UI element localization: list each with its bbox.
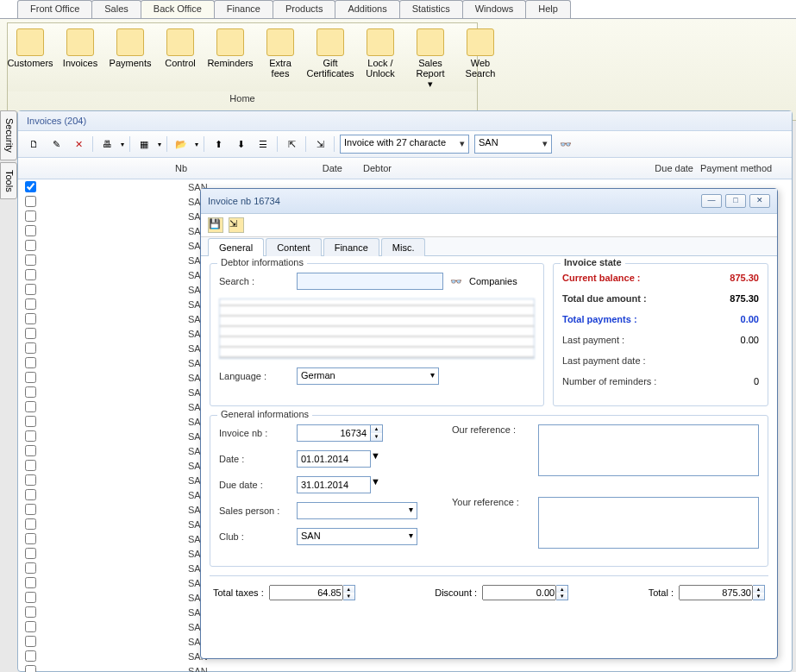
side-tab-tools[interactable]: Tools	[0, 162, 17, 200]
filter-combo[interactable]: Invoice with 27 characte	[340, 135, 469, 154]
row-checkbox[interactable]	[25, 518, 36, 530]
row-checkbox[interactable]	[25, 401, 36, 412]
row-checkbox[interactable]	[25, 474, 36, 486]
menu-tab-finance[interactable]: Finance	[214, 0, 273, 18]
col-date[interactable]: Date	[204, 161, 360, 175]
side-tab-security[interactable]: Security	[0, 110, 17, 160]
ribbon-control[interactable]: Control	[158, 27, 203, 91]
menu-tab-windows[interactable]: Windows	[462, 0, 527, 18]
search-input[interactable]	[297, 273, 443, 290]
edit-icon[interactable]: ✎	[47, 135, 65, 153]
ribbon-reminders[interactable]: Reminders	[208, 27, 253, 91]
row-checkbox[interactable]	[25, 445, 36, 456]
invoice-nb-spinner[interactable]: ▲▼	[297, 424, 383, 442]
sort-asc-icon[interactable]: ⬆	[210, 135, 227, 153]
tab-finance[interactable]: Finance	[323, 238, 379, 256]
language-combo[interactable]: German	[297, 367, 439, 385]
row-checkbox[interactable]	[25, 269, 36, 280]
row-checkbox[interactable]	[25, 489, 36, 500]
total-spinner[interactable]: ▲▼	[679, 585, 765, 600]
menu-tab-help[interactable]: Help	[525, 0, 571, 18]
club-combo[interactable]: SAN	[474, 135, 552, 154]
col-due[interactable]: Due date	[532, 161, 697, 175]
row-checkbox[interactable]	[25, 650, 36, 662]
menu-tab-front-office[interactable]: Front Office	[17, 0, 92, 18]
discount-input[interactable]	[482, 585, 556, 600]
sales-person-combo[interactable]	[297, 502, 417, 519]
row-checkbox[interactable]	[25, 606, 36, 618]
save-icon[interactable]: 💾	[208, 217, 223, 233]
total-taxes-input[interactable]	[269, 585, 343, 600]
row-checkbox[interactable]	[25, 225, 36, 236]
club-combo[interactable]: SAN	[297, 528, 417, 545]
tab-content[interactable]: Content	[266, 238, 322, 256]
ribbon-sales-report[interactable]: Sales Report ▾	[408, 27, 453, 91]
due-date-picker[interactable]: ▼	[297, 476, 386, 493]
row-checkbox[interactable]	[25, 372, 36, 383]
col-pay[interactable]: Payment method	[697, 161, 792, 175]
companies-link[interactable]: Companies	[469, 276, 517, 286]
dialog-title-bar[interactable]: Invoice nb 16734 — □ ✕	[201, 189, 777, 214]
table-row[interactable]: SAN	[18, 663, 792, 672]
tab-general[interactable]: General	[208, 238, 264, 256]
row-checkbox[interactable]	[25, 562, 36, 574]
row-checkbox[interactable]	[25, 181, 36, 192]
ribbon-invoices[interactable]: Invoices	[58, 27, 103, 91]
export-icon[interactable]: ⇱	[283, 135, 300, 153]
exit-icon[interactable]: ⇲	[311, 135, 329, 153]
columns-icon[interactable]: ▦	[135, 135, 153, 153]
row-checkbox[interactable]	[25, 298, 36, 310]
date-picker[interactable]: ▼	[297, 450, 386, 468]
print-icon[interactable]: 🖶	[98, 135, 116, 153]
new-icon[interactable]: 🗋	[25, 135, 42, 153]
discount-spinner[interactable]: ▲▼	[482, 585, 568, 600]
total-taxes-spinner[interactable]: ▲▼	[269, 585, 355, 600]
save-exit-icon[interactable]: ⇲	[229, 217, 244, 233]
folder-icon[interactable]: 📂	[172, 135, 190, 153]
row-checkbox[interactable]	[25, 284, 36, 295]
ribbon-extra-fees[interactable]: Extra fees	[258, 27, 303, 91]
menu-tab-sales[interactable]: Sales	[91, 0, 141, 18]
menu-tab-statistics[interactable]: Statistics	[399, 0, 463, 18]
row-checkbox[interactable]	[25, 240, 36, 251]
row-checkbox[interactable]	[25, 533, 36, 544]
col-nb[interactable]: Nb	[42, 161, 204, 175]
row-checkbox[interactable]	[25, 665, 36, 672]
row-checkbox[interactable]	[25, 460, 36, 471]
minimize-button[interactable]: —	[701, 194, 722, 208]
row-checkbox[interactable]	[25, 386, 36, 398]
row-checkbox[interactable]	[25, 621, 36, 632]
maximize-button[interactable]: □	[725, 194, 746, 208]
sort-desc-icon[interactable]: ⬇	[232, 135, 249, 153]
row-checkbox[interactable]	[25, 328, 36, 339]
col-debtor[interactable]: Debtor	[360, 161, 532, 175]
ribbon-customers[interactable]: Customers	[8, 27, 53, 91]
row-checkbox[interactable]	[25, 548, 36, 559]
row-checkbox[interactable]	[25, 577, 36, 588]
date-input[interactable]	[297, 450, 371, 468]
row-checkbox[interactable]	[25, 430, 36, 442]
ribbon-payments[interactable]: Payments	[108, 27, 153, 91]
row-checkbox[interactable]	[25, 342, 36, 354]
tab-misc[interactable]: Misc.	[381, 238, 426, 256]
menu-tab-additions[interactable]: Additions	[335, 0, 399, 18]
total-input[interactable]	[679, 585, 753, 600]
ribbon-web-search[interactable]: Web Search	[458, 27, 503, 91]
row-checkbox[interactable]	[25, 504, 36, 515]
row-checkbox[interactable]	[25, 254, 36, 266]
row-checkbox[interactable]	[25, 636, 36, 647]
menu-tab-products[interactable]: Products	[273, 0, 335, 18]
row-checkbox[interactable]	[25, 313, 36, 324]
menu-tab-back-office[interactable]: Back Office	[141, 0, 215, 18]
row-checkbox[interactable]	[25, 196, 36, 207]
row-checkbox[interactable]	[25, 210, 36, 222]
row-checkbox[interactable]	[25, 357, 36, 368]
due-date-input[interactable]	[297, 476, 371, 493]
row-checkbox[interactable]	[25, 592, 36, 603]
close-button[interactable]: ✕	[749, 194, 770, 208]
your-reference-textarea[interactable]	[538, 497, 759, 549]
ribbon-gift-certificates[interactable]: Gift Certificates	[308, 27, 353, 91]
invoice-nb-input[interactable]	[297, 424, 371, 442]
our-reference-textarea[interactable]	[538, 424, 759, 476]
list-icon[interactable]: ☰	[254, 135, 272, 153]
